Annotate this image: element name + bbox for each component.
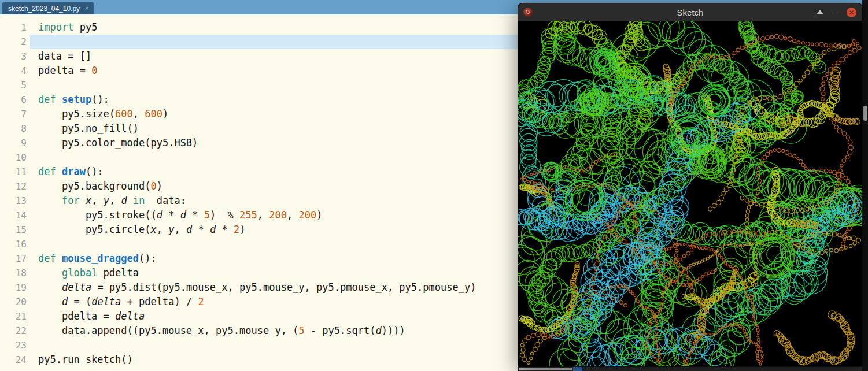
line-number: 17 [0,251,30,266]
window-maximize-icon[interactable] [817,10,823,14]
window-close-button[interactable]: ✕ [847,8,856,17]
line-number: 15 [0,222,30,237]
sketch-canvas[interactable] [518,21,862,366]
line-number: 11 [0,165,30,179]
line-number: 20 [0,295,30,309]
sketch-window-titlebar[interactable]: Sketch – ✕ [518,3,862,21]
line-number: 3 [0,49,30,64]
bottom-strip [518,367,868,371]
line-number: 6 [0,92,30,107]
editor-tab[interactable]: sketch_2023_04_10.py × [2,2,94,14]
background-scrollbar-thumb[interactable] [863,106,867,121]
line-number: 22 [0,324,30,338]
editor-tab-title: sketch_2023_04_10.py [8,5,80,13]
line-number: 4 [0,64,30,78]
sketch-canvas-area [518,21,862,366]
line-number: 24 [0,353,30,367]
line-number: 5 [0,78,30,92]
close-x-icon: ✕ [849,9,854,16]
line-number: 10 [0,150,30,165]
line-number: 7 [0,107,30,121]
line-number: 12 [0,179,30,194]
line-number: 23 [0,338,30,353]
line-number: 19 [0,280,30,295]
line-number: 8 [0,121,30,136]
window-controls: – ✕ [817,3,856,21]
line-number: 2 [0,35,30,49]
sketch-window: Sketch – ✕ [518,3,863,367]
line-number: 1 [0,20,30,35]
tab-close-icon[interactable]: × [85,5,88,12]
line-number: 16 [0,237,30,251]
line-number: 13 [0,194,30,208]
window-minimize-button[interactable]: – [833,3,837,21]
sketch-window-title: Sketch [518,8,862,17]
line-number: 14 [0,208,30,222]
line-number: 21 [0,309,30,324]
background-window-edge [862,0,868,371]
bottom-strip-accent [573,367,582,371]
bottom-scrollbar-segment [519,368,572,370]
line-number: 18 [0,266,30,280]
line-number: 9 [0,136,30,150]
